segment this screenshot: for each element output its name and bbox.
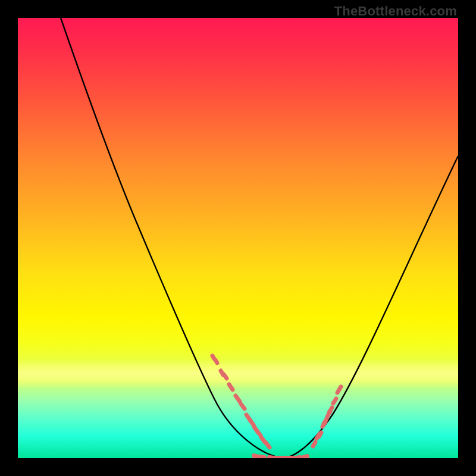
right-tick-cluster	[313, 387, 341, 446]
left-tick-cluster	[212, 356, 270, 447]
svg-line-24	[270, 458, 274, 458]
svg-line-12	[266, 443, 270, 447]
svg-line-21	[337, 387, 341, 393]
svg-line-17	[324, 419, 327, 424]
flat-cluster	[254, 456, 307, 458]
svg-line-5	[236, 396, 240, 402]
plot-frame	[18, 18, 458, 458]
chart-svg	[18, 18, 458, 458]
svg-line-8	[250, 420, 253, 425]
svg-line-20	[333, 399, 336, 403]
left-curve	[61, 18, 283, 458]
svg-line-19	[329, 408, 332, 412]
svg-line-0	[212, 356, 214, 359]
svg-line-15	[319, 433, 321, 437]
svg-line-23	[260, 457, 264, 458]
svg-line-4	[229, 384, 233, 390]
svg-line-29	[303, 456, 307, 458]
watermark-text: TheBottleneck.com	[334, 4, 457, 19]
svg-line-6	[241, 404, 245, 409]
svg-line-10	[257, 431, 261, 436]
svg-line-13	[313, 442, 315, 446]
right-curve	[283, 156, 458, 458]
svg-line-1	[215, 360, 217, 363]
svg-line-3	[224, 374, 227, 378]
svg-line-22	[254, 456, 258, 457]
svg-line-28	[296, 458, 300, 458]
